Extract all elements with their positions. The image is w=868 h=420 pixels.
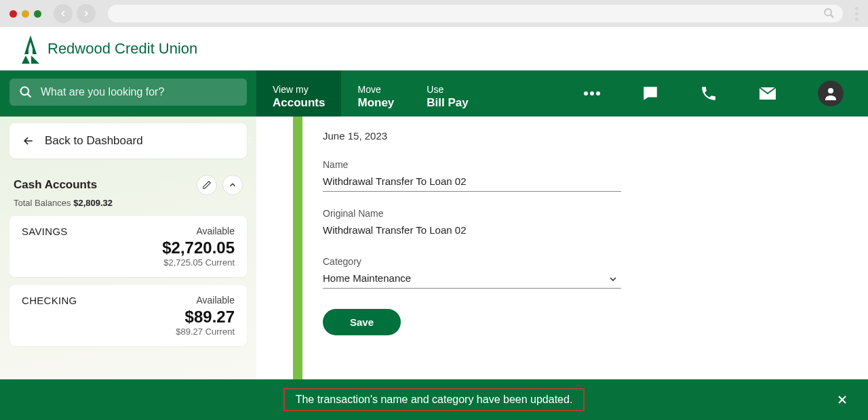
toast-notification: The transaction's name and category have… — [0, 379, 868, 420]
tab-line1: Use — [427, 83, 468, 96]
account-card-checking[interactable]: CHECKING Available $89.27 $89.27 Current — [9, 285, 247, 346]
arrow-left-icon — [22, 134, 35, 148]
tab-line2: Accounts — [273, 96, 325, 110]
category-label: Category — [323, 256, 621, 267]
tab-accounts[interactable]: View my Accounts — [256, 70, 341, 117]
tab-line1: Move — [357, 83, 394, 96]
available-label: Available — [196, 295, 235, 306]
profile-button[interactable] — [818, 81, 844, 106]
more-icon[interactable] — [583, 90, 601, 97]
svg-point-3 — [590, 91, 594, 96]
available-label: Available — [196, 226, 235, 237]
tree-logo-icon — [22, 34, 39, 64]
collapse-button[interactable] — [222, 175, 243, 195]
forward-button[interactable] — [77, 4, 96, 23]
traffic-lights — [9, 10, 41, 18]
window-minimize-icon[interactable] — [22, 10, 29, 18]
accent-stripe — [293, 117, 302, 420]
name-input[interactable]: Withdrawal Transfer To Loan 02 — [323, 173, 621, 192]
browser-menu-icon[interactable] — [855, 7, 859, 21]
total-balances: Total Balances $2,809.32 — [9, 198, 247, 216]
browser-chrome — [0, 0, 868, 27]
category-value: Home Maintenance — [323, 272, 411, 284]
account-name: SAVINGS — [22, 226, 68, 237]
tab-money[interactable]: Move Money — [341, 70, 410, 117]
tab-billpay[interactable]: Use Bill Pay — [410, 70, 484, 117]
account-name: CHECKING — [22, 295, 77, 306]
brand-name: Redwood Credit Union — [47, 40, 197, 58]
tab-line2: Bill Pay — [427, 96, 468, 110]
search-icon — [19, 85, 33, 99]
tab-line1: View my — [273, 83, 325, 96]
back-label: Back to Dashboard — [45, 134, 143, 148]
transaction-date: June 15, 2023 — [323, 130, 621, 142]
logo-bar: Redwood Credit Union — [0, 27, 868, 70]
search-icon — [823, 7, 835, 19]
search-input[interactable] — [9, 79, 247, 106]
brand-logo[interactable]: Redwood Credit Union — [22, 34, 197, 64]
svg-point-1 — [21, 87, 29, 96]
window-maximize-icon[interactable] — [34, 10, 41, 18]
original-name-value: Withdrawal Transfer To Loan 02 — [323, 222, 621, 240]
pencil-icon — [202, 180, 212, 190]
original-name-label: Original Name — [323, 208, 621, 219]
main-nav: View my Accounts Move Money Use Bill Pay — [0, 70, 868, 117]
main-content: June 15, 2023 Name Withdrawal Transfer T… — [256, 117, 868, 420]
account-current: $2,725.05 Current — [22, 257, 235, 268]
name-label: Name — [323, 159, 621, 170]
url-bar[interactable] — [108, 5, 843, 22]
account-amount: $2,720.05 — [22, 238, 235, 257]
svg-point-0 — [825, 9, 831, 16]
avatar-icon — [818, 81, 844, 106]
mail-icon[interactable] — [758, 86, 777, 101]
section-title: Cash Accounts — [14, 178, 97, 192]
tab-line2: Money — [357, 96, 394, 110]
close-icon — [835, 393, 849, 406]
account-amount: $89.27 — [22, 308, 235, 327]
back-to-dashboard[interactable]: Back to Dashboard — [9, 123, 247, 159]
chevron-up-icon — [228, 180, 237, 190]
account-current: $89.27 Current — [22, 327, 235, 337]
toast-message: The transaction's name and category have… — [283, 388, 585, 411]
svg-point-2 — [584, 91, 588, 96]
category-select[interactable]: Home Maintenance — [323, 270, 621, 289]
sidebar: Back to Dashboard Cash Accounts Total Ba… — [0, 117, 256, 420]
save-button[interactable]: Save — [323, 309, 401, 335]
account-card-savings[interactable]: SAVINGS Available $2,720.05 $2,725.05 Cu… — [9, 216, 247, 277]
back-button[interactable] — [54, 4, 73, 23]
edit-button[interactable] — [197, 175, 217, 195]
phone-icon[interactable] — [700, 85, 717, 102]
search-field[interactable] — [41, 86, 237, 98]
svg-point-4 — [596, 91, 600, 96]
browser-nav — [54, 4, 96, 23]
chevron-down-icon — [608, 274, 618, 285]
window-close-icon[interactable] — [9, 10, 17, 18]
svg-point-5 — [828, 88, 833, 93]
toast-close-button[interactable] — [835, 393, 849, 406]
chat-icon[interactable] — [642, 85, 659, 102]
